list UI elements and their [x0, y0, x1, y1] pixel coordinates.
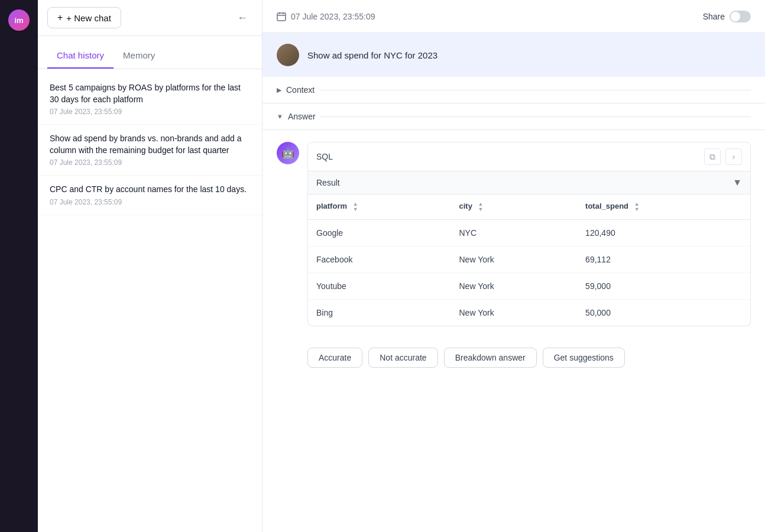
cell-city: New York	[451, 273, 578, 300]
context-label: Context	[286, 85, 315, 95]
middle-panel: + + New chat ← Chat history Memory Best …	[38, 0, 262, 532]
chat-list: Best 5 campaigns by ROAS by platforms fo…	[38, 69, 262, 532]
sort-icon[interactable]: ▲▼	[353, 202, 358, 212]
accurate-button[interactable]: Accurate	[307, 348, 362, 368]
action-buttons: Accurate Not accurate Breakdown answer G…	[262, 338, 765, 382]
new-chat-label: + New chat	[66, 13, 111, 23]
cell-total_spend: 69,112	[577, 246, 750, 273]
sql-actions: ⧉ ›	[704, 148, 742, 165]
col-platform: platform ▲▼	[308, 194, 451, 220]
avatar	[277, 44, 299, 66]
expand-button[interactable]: ›	[725, 148, 742, 165]
chat-item-date: 07 Jule 2023, 23:55:09	[50, 108, 250, 116]
answer-label: Answer	[288, 112, 316, 121]
chat-item-title: CPC and CTR by account names for the las…	[50, 184, 250, 196]
result-container: Result ▼ platform ▲▼	[307, 171, 751, 326]
cell-platform: Google	[308, 220, 451, 246]
context-section-header[interactable]: ▶ Context	[262, 77, 765, 103]
cell-total_spend: 59,000	[577, 273, 750, 300]
sidebar: im	[0, 0, 38, 532]
chevron-right-icon: ▶	[277, 86, 281, 94]
answer-content: SQL ⧉ › Result	[307, 142, 751, 326]
user-avatar-image	[277, 44, 299, 66]
cell-city: New York	[451, 300, 578, 326]
result-label: Result	[316, 178, 340, 187]
chevron-down-icon: ▼	[277, 113, 283, 120]
table-row: GoogleNYC120,490	[308, 220, 750, 246]
main-content: Show ad spend for NYC for 2023 ▶ Context…	[262, 33, 765, 532]
get-suggestions-button[interactable]: Get suggestions	[543, 348, 625, 368]
copy-button[interactable]: ⧉	[704, 148, 721, 165]
not-accurate-button[interactable]: Not accurate	[368, 348, 437, 368]
chat-item[interactable]: Best 5 campaigns by ROAS by platforms fo…	[38, 74, 262, 125]
table-row: YoutubeNew York59,000	[308, 273, 750, 300]
answer-inner: 🤖 SQL ⧉ ›	[277, 142, 751, 326]
tab-memory[interactable]: Memory	[114, 46, 164, 69]
result-header: Result ▼	[308, 171, 750, 194]
chat-item[interactable]: Show ad spend by brands vs. non-brands a…	[38, 125, 262, 176]
svg-rect-0	[277, 13, 286, 21]
table-row: FacebookNew York69,112	[308, 246, 750, 273]
answer-content-area: 🤖 SQL ⧉ ›	[262, 130, 765, 338]
user-message: Show ad spend for NYC for 2023	[262, 33, 765, 77]
copy-icon: ⧉	[709, 152, 715, 162]
share-toggle[interactable]	[730, 11, 751, 22]
answer-section-header[interactable]: ▼ Answer	[262, 103, 765, 130]
sql-label: SQL	[316, 152, 333, 161]
sort-icon[interactable]: ▲▼	[478, 202, 484, 212]
new-chat-button[interactable]: + + New chat	[47, 7, 121, 28]
bot-emoji: 🤖	[281, 147, 294, 160]
chat-item-date: 07 Jule 2023, 23:55:09	[50, 158, 250, 167]
cell-platform: Facebook	[308, 246, 451, 273]
main-area: 07 Jule 2023, 23:55:09 Share Show ad spe…	[262, 0, 765, 532]
share-area: Share	[703, 11, 751, 22]
cell-total_spend: 120,490	[577, 220, 750, 246]
panel-nav: Chat history Memory	[38, 36, 262, 69]
app-logo[interactable]: im	[8, 9, 30, 31]
section-divider	[319, 90, 751, 90]
sql-header: SQL ⧉ ›	[307, 142, 751, 171]
table-row: BingNew York50,000	[308, 300, 750, 326]
share-label: Share	[703, 12, 725, 21]
user-message-text: Show ad spend for NYC for 2023	[307, 50, 437, 60]
table-header-row: platform ▲▼ city ▲▼ total_spend	[308, 194, 750, 220]
plus-icon: +	[57, 12, 63, 23]
tab-chat-history[interactable]: Chat history	[47, 46, 114, 69]
cell-city: NYC	[451, 220, 578, 246]
calendar-icon	[277, 12, 286, 21]
bot-avatar: 🤖	[277, 142, 299, 164]
chat-item[interactable]: CPC and CTR by account names for the las…	[38, 176, 262, 215]
chat-item-title: Show ad spend by brands vs. non-brands a…	[50, 133, 250, 156]
cell-total_spend: 50,000	[577, 300, 750, 326]
result-table: platform ▲▼ city ▲▼ total_spend	[308, 194, 750, 326]
main-header: 07 Jule 2023, 23:55:09 Share	[262, 0, 765, 33]
section-divider	[320, 116, 751, 117]
breakdown-answer-button[interactable]: Breakdown answer	[444, 348, 537, 368]
chat-item-title: Best 5 campaigns by ROAS by platforms fo…	[50, 82, 250, 105]
panel-header: + + New chat ←	[38, 0, 262, 36]
cell-platform: Bing	[308, 300, 451, 326]
cell-city: New York	[451, 246, 578, 273]
header-date-area: 07 Jule 2023, 23:55:09	[277, 12, 375, 21]
chat-item-date: 07 Jule 2023, 23:55:09	[50, 198, 250, 206]
col-total-spend: total_spend ▲▼	[577, 194, 750, 220]
back-button[interactable]: ←	[232, 9, 252, 27]
sort-icon[interactable]: ▲▼	[634, 202, 640, 212]
expand-icon: ›	[732, 152, 735, 161]
collapse-icon[interactable]: ▼	[732, 177, 742, 188]
col-city: city ▲▼	[451, 194, 578, 220]
cell-platform: Youtube	[308, 273, 451, 300]
header-date: 07 Jule 2023, 23:55:09	[291, 12, 375, 21]
